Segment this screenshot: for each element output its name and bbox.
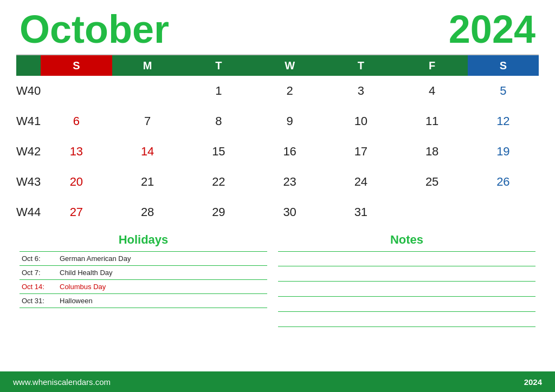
calendar-table: S M T W T F S W4012345W416789101112W4213… [16,55,539,227]
header-saturday: S [468,55,539,76]
holiday-row: Oct 7:Child Health Day [20,266,267,280]
header-sunday: S [41,55,112,76]
calendar-day: 25 [397,167,468,197]
calendar-wrapper: S M T W T F S W4012345W416789101112W4213… [0,55,555,227]
holiday-date: Oct 6: [20,252,57,266]
notes-title: Notes [278,233,535,247]
footer: www.wheniscalendars.com 2024 [0,371,555,392]
week-number: W41 [16,106,41,136]
calendar-day: 3 [325,76,396,106]
bottom-section: Holidays Oct 6:German American DayOct 7:… [0,227,555,371]
header: October 2024 [0,0,555,54]
header-friday: F [397,55,468,76]
calendar-day [397,197,468,227]
calendar-day: 28 [112,197,183,227]
calendar-day: 10 [325,106,396,136]
calendar-row: W416789101112 [16,106,539,136]
calendar-day: 12 [468,106,539,136]
calendar-day: 15 [183,136,254,167]
week-num-header [16,55,41,76]
calendar-day: 5 [468,76,539,106]
calendar-day: 22 [183,167,254,197]
calendar-day: 23 [254,167,325,197]
holiday-name: Columbus Day [57,280,267,294]
calendar-day: 7 [112,106,183,136]
calendar-day: 29 [183,197,254,227]
holiday-row: Oct 31:Halloween [20,294,267,308]
calendar-day: 14 [112,136,183,167]
footer-year: 2024 [524,377,542,387]
footer-url: www.wheniscalendars.com [13,377,111,387]
holiday-name: German American Day [57,252,267,266]
calendar-day: 20 [41,167,112,197]
header-monday: M [112,55,183,76]
notes-lines [278,251,535,327]
calendar-day [468,197,539,227]
notes-column: Notes [267,233,535,371]
calendar-day [112,76,183,106]
week-number: W42 [16,136,41,167]
holiday-date: Oct 7: [20,266,57,280]
header-tuesday: T [183,55,254,76]
calendar-day: 2 [254,76,325,106]
calendar-day: 13 [41,136,112,167]
year-title: 2024 [449,10,535,49]
calendar-day: 16 [254,136,325,167]
calendar-day: 26 [468,167,539,197]
calendar-day: 9 [254,106,325,136]
holiday-name: Halloween [57,294,267,308]
calendar-row: W442728293031 [16,197,539,227]
note-line[interactable] [278,251,535,266]
page: October 2024 S M T W T F S W4012345W4167… [0,0,555,392]
calendar-day: 27 [41,197,112,227]
day-header-row: S M T W T F S [16,55,539,76]
holiday-row: Oct 14:Columbus Day [20,280,267,294]
calendar-day: 8 [183,106,254,136]
header-thursday: T [325,55,396,76]
holiday-list: Oct 6:German American DayOct 7:Child Hea… [20,251,267,308]
calendar-day: 19 [468,136,539,167]
calendar-day: 31 [325,197,396,227]
calendar-row: W4320212223242526 [16,167,539,197]
holiday-name: Child Health Day [57,266,267,280]
calendar-body: W4012345W416789101112W4213141516171819W4… [16,76,539,227]
calendar-day: 17 [325,136,396,167]
calendar-day [41,76,112,106]
calendar-day: 11 [397,106,468,136]
week-number: W44 [16,197,41,227]
note-line[interactable] [278,312,535,327]
calendar-day: 6 [41,106,112,136]
note-line[interactable] [278,266,535,282]
calendar-day: 30 [254,197,325,227]
calendar-row: W4012345 [16,76,539,106]
month-title: October [20,10,169,49]
holiday-date: Oct 31: [20,294,57,308]
note-line[interactable] [278,297,535,312]
calendar-day: 4 [397,76,468,106]
note-line[interactable] [278,282,535,297]
calendar-day: 1 [183,76,254,106]
holidays-title: Holidays [20,233,267,247]
holidays-column: Holidays Oct 6:German American DayOct 7:… [20,233,267,371]
calendar-day: 18 [397,136,468,167]
calendar-day: 24 [325,167,396,197]
week-number: W40 [16,76,41,106]
week-number: W43 [16,167,41,197]
holiday-row: Oct 6:German American Day [20,252,267,266]
calendar-day: 21 [112,167,183,197]
calendar-row: W4213141516171819 [16,136,539,167]
holiday-date: Oct 14: [20,280,57,294]
header-wednesday: W [254,55,325,76]
